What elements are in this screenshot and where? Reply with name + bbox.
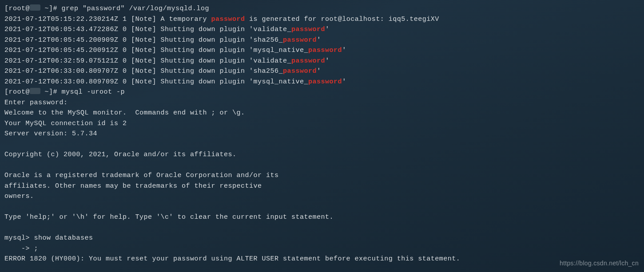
highlight-password: password <box>211 16 245 23</box>
highlight-password: password <box>308 78 342 86</box>
grep-pre: 2021-07-12T05:15:22.230214Z 1 [Note] A t… <box>4 16 211 23</box>
grep-result-line: 2021-07-12T06:32:59.075121Z 0 [Note] Shu… <box>4 57 330 65</box>
grep-pre: 2021-07-12T06:33:00.809709Z 0 [Note] Shu… <box>4 78 308 86</box>
grep-post: is generated for root@localhost: iqq5.te… <box>245 16 439 23</box>
prompt-user-host: [root@ <box>4 5 30 12</box>
grep-pre: 2021-07-12T06:05:45.200909Z 0 [Note] Shu… <box>4 36 283 44</box>
highlight-password: password <box>283 36 317 44</box>
grep-post: ' <box>317 36 321 44</box>
watermark-text: https://blog.csdn.net/lch_cn <box>560 258 639 269</box>
mysql-session-output: Enter password: Welcome to the MySQL mon… <box>4 99 460 263</box>
grep-post: ' <box>325 57 330 65</box>
grep-pre: 2021-07-12T06:32:59.075121Z 0 [Note] Shu… <box>4 57 291 65</box>
highlight-password: password <box>283 67 317 75</box>
terminal-output[interactable]: [root@ ~]# grep "password" /var/log/mysq… <box>0 0 644 268</box>
grep-post: ' <box>342 47 346 54</box>
prompt-suffix: ~]# <box>40 5 62 12</box>
grep-result-line: 2021-07-12T06:05:43.472286Z 0 [Note] Shu… <box>4 26 330 33</box>
grep-pre: 2021-07-12T06:05:45.200912Z 0 [Note] Shu… <box>4 47 308 54</box>
grep-pre: 2021-07-12T06:33:00.809707Z 0 [Note] Shu… <box>4 67 283 75</box>
prompt-suffix: ~]# <box>40 88 62 96</box>
grep-post: ' <box>342 78 346 86</box>
highlight-password: password <box>308 47 342 54</box>
highlight-password: password <box>291 26 325 33</box>
command-grep: grep "password" /var/log/mysqld.log <box>62 5 210 12</box>
grep-result-line: 2021-07-12T06:33:00.809709Z 0 [Note] Shu… <box>4 78 346 86</box>
redacted-host <box>30 88 40 94</box>
grep-result-line: 2021-07-12T06:05:45.200912Z 0 [Note] Shu… <box>4 47 346 54</box>
grep-post: ' <box>317 67 321 75</box>
prompt-line-1: [root@ ~]# grep "password" /var/log/mysq… <box>4 5 209 12</box>
grep-result-line: 2021-07-12T06:05:45.200909Z 0 [Note] Shu… <box>4 36 321 44</box>
command-mysql: mysql -uroot -p <box>62 88 125 96</box>
grep-result-line: 2021-07-12T05:15:22.230214Z 1 [Note] A t… <box>4 16 439 23</box>
highlight-password: password <box>291 57 325 65</box>
prompt-line-2: [root@ ~]# mysql -uroot -p <box>4 88 125 96</box>
grep-pre: 2021-07-12T06:05:43.472286Z 0 [Note] Shu… <box>4 26 291 33</box>
redacted-host <box>30 4 40 11</box>
prompt-user-host: [root@ <box>4 88 30 96</box>
grep-post: ' <box>325 26 330 33</box>
grep-result-line: 2021-07-12T06:33:00.809707Z 0 [Note] Shu… <box>4 67 321 75</box>
